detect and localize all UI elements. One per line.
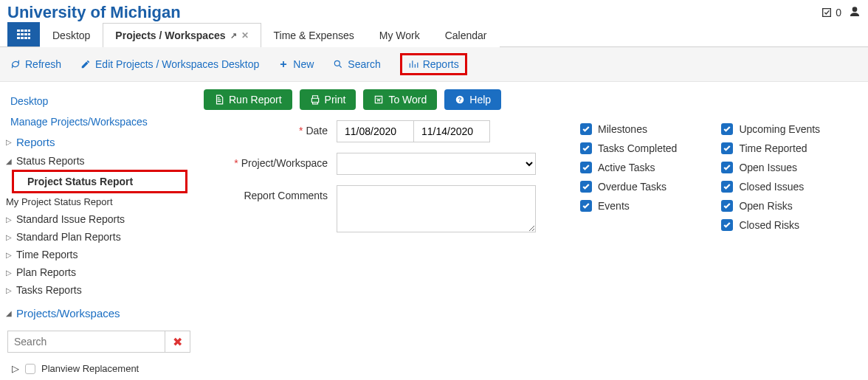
caret-right-icon: ▷ [6, 215, 13, 224]
refresh-link[interactable]: Refresh [10, 58, 61, 70]
tool-label: Search [348, 58, 380, 70]
popout-icon[interactable]: ↗ [230, 31, 237, 41]
plus-icon [278, 59, 289, 69]
report-comments-textarea[interactable] [337, 185, 536, 232]
sidebar-search-input[interactable] [7, 331, 165, 353]
tree-label: Standard Plan Reports [16, 231, 121, 243]
tool-label: Refresh [25, 58, 61, 70]
sidebar-manage[interactable]: Manage Projects/Workspaces [4, 111, 193, 132]
tab-desktop[interactable]: Desktop [40, 23, 103, 47]
help-button[interactable]: ? Help [444, 89, 501, 110]
svg-rect-10 [24, 37, 27, 39]
check-time-reported[interactable]: Time Reported [721, 142, 820, 154]
sidebar-standard-issue-reports[interactable]: ▷ Standard Issue Reports [4, 210, 193, 228]
checkbox-checked-icon [580, 200, 592, 212]
caret-right-icon: ▷ [6, 138, 13, 146]
button-label: Help [469, 94, 491, 106]
checkbox-checked-icon [721, 123, 733, 135]
svg-rect-6 [24, 33, 27, 35]
sidebar: Desktop Manage Projects/Workspaces ▷ Rep… [0, 82, 193, 380]
caret-right-icon: ▷ [6, 251, 13, 259]
button-label: Print [325, 94, 346, 106]
checkbox-checked-icon [721, 181, 733, 193]
check-closed-risks[interactable]: Closed Risks [721, 219, 820, 231]
content-area: Run Report Print To Word ? Help *Date [193, 82, 868, 380]
caret-down-icon: ◢ [6, 157, 13, 165]
button-label: To Word [388, 94, 427, 106]
checkbox-checked-icon [580, 162, 592, 173]
caret-right-icon: ▷ [6, 269, 13, 277]
svg-rect-1 [21, 30, 24, 32]
check-label: Open Risks [739, 200, 792, 212]
tab-projects-workspaces[interactable]: Projects / Workspaces ↗ ✕ [103, 23, 261, 47]
check-label: Upcoming Events [739, 123, 820, 135]
check-active-tasks[interactable]: Active Tasks [580, 162, 677, 173]
clear-search-button[interactable]: ✖ [165, 331, 190, 353]
print-button[interactable]: Print [300, 89, 356, 110]
tab-time-expenses[interactable]: Time & Expenses [261, 23, 367, 47]
edit-desktop-link[interactable]: Edit Projects / Workspaces Desktop [80, 58, 259, 70]
sidebar-desktop[interactable]: Desktop [4, 91, 193, 111]
pencil-icon [80, 59, 91, 69]
tree-label: Reports [16, 136, 55, 148]
check-open-risks[interactable]: Open Risks [721, 200, 820, 212]
check-label: Active Tasks [598, 162, 655, 173]
x-icon: ✖ [173, 336, 182, 348]
sidebar-project-status-report[interactable]: Project Status Report [12, 170, 187, 193]
checkbox-checked-icon [721, 200, 733, 212]
check-upcoming-events[interactable]: Upcoming Events [721, 123, 820, 135]
sidebar-reports[interactable]: ▷ Reports [4, 132, 193, 152]
check-open-issues[interactable]: Open Issues [721, 162, 820, 173]
new-link[interactable]: New [278, 58, 314, 70]
sidebar-tasks-reports[interactable]: ▷ Tasks Reports [4, 281, 193, 299]
apps-grid-button[interactable] [7, 22, 40, 46]
tree-label: Time Reports [16, 249, 78, 260]
checkbox-checked-icon [721, 142, 733, 154]
date-from-input[interactable] [337, 120, 413, 142]
sidebar-plan-reports[interactable]: ▷ Plan Reports [4, 263, 193, 281]
check-overdue-tasks[interactable]: Overdue Tasks [580, 181, 677, 193]
sidebar-item-planview[interactable]: ▷ Planview Replacement [4, 359, 193, 379]
sidebar-time-reports[interactable]: ▷ Time Reports [4, 246, 193, 263]
search-link[interactable]: Search [333, 58, 380, 70]
to-word-button[interactable]: To Word [363, 89, 437, 110]
caret-right-icon: ▷ [12, 363, 19, 374]
svg-point-12 [335, 61, 340, 66]
check-tasks-completed[interactable]: Tasks Completed [580, 142, 677, 154]
sidebar-status-reports[interactable]: ◢ Status Reports [4, 152, 193, 170]
tab-mywork[interactable]: My Work [367, 23, 433, 47]
sidebar-my-project-status-report[interactable]: My Project Status Report [4, 193, 193, 210]
svg-text:?: ? [458, 97, 462, 103]
run-report-button[interactable]: Run Report [204, 89, 292, 110]
svg-rect-3 [28, 30, 30, 32]
date-to-input[interactable] [413, 120, 490, 142]
reports-link[interactable]: Reports [400, 53, 467, 75]
check-milestones[interactable]: Milestones [580, 123, 677, 135]
check-label: Milestones [598, 123, 647, 135]
tree-label: Status Reports [16, 155, 85, 167]
tab-calendar[interactable]: Calendar [433, 23, 500, 47]
check-label: Tasks Completed [598, 142, 677, 154]
grid-icon [17, 30, 30, 40]
tab-label: Time & Expenses [274, 30, 354, 41]
caret-right-icon: ▷ [6, 233, 13, 241]
check-label: Overdue Tasks [598, 181, 666, 193]
tool-label: Edit Projects / Workspaces Desktop [95, 58, 259, 70]
check-label: Closed Risks [739, 219, 799, 231]
tab-label: Calendar [445, 30, 487, 41]
document-icon [214, 94, 224, 105]
svg-rect-0 [17, 30, 20, 32]
check-events[interactable]: Events [580, 200, 677, 212]
checkbox-empty-icon[interactable] [25, 364, 35, 374]
user-icon[interactable] [849, 6, 861, 20]
close-icon[interactable]: ✕ [241, 30, 249, 41]
approvals-badge[interactable]: 0 [821, 7, 841, 18]
check-closed-issues[interactable]: Closed Issues [721, 181, 820, 193]
sidebar-projects-workspaces[interactable]: ◢ Projects/Workspaces [4, 303, 193, 323]
date-label: *Date [204, 120, 337, 137]
sidebar-standard-plan-reports[interactable]: ▷ Standard Plan Reports [4, 228, 193, 246]
project-workspace-select[interactable] [337, 153, 536, 175]
tree-label: Planview Replacement [41, 363, 139, 374]
tree-label: Standard Issue Reports [16, 213, 125, 225]
checkbox-checked-icon [580, 123, 592, 135]
